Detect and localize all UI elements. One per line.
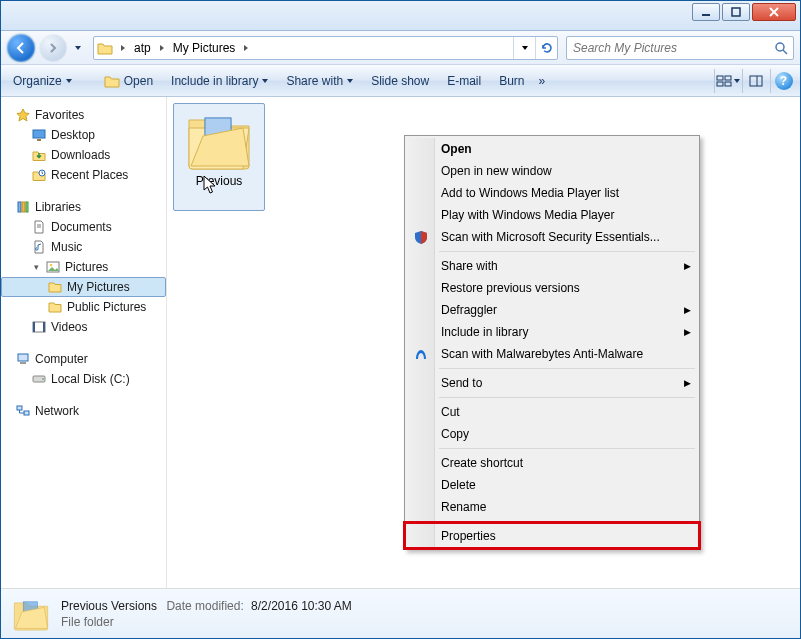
breadcrumb-sep-icon[interactable] bbox=[116, 45, 130, 51]
network-group: Network bbox=[1, 401, 166, 421]
include-library-button[interactable]: Include in library bbox=[163, 68, 276, 94]
burn-button[interactable]: Burn bbox=[491, 68, 532, 94]
search-icon[interactable] bbox=[769, 41, 793, 55]
videos-icon bbox=[31, 319, 47, 335]
sidebar-public-pictures[interactable]: Public Pictures bbox=[1, 297, 166, 317]
documents-icon bbox=[31, 219, 47, 235]
svg-rect-14 bbox=[22, 202, 25, 212]
svg-rect-27 bbox=[17, 406, 22, 410]
cm-create-shortcut[interactable]: Create shortcut bbox=[407, 452, 697, 474]
cm-play-wmp[interactable]: Play with Windows Media Player bbox=[407, 204, 697, 226]
sidebar-desktop[interactable]: Desktop bbox=[1, 125, 166, 145]
folder-previous-versions[interactable]: Previous bbox=[173, 103, 265, 211]
maximize-button[interactable] bbox=[722, 3, 750, 21]
sidebar-downloads[interactable]: Downloads bbox=[1, 145, 166, 165]
svg-point-19 bbox=[50, 264, 53, 267]
cm-share-with[interactable]: Share with▶ bbox=[407, 255, 697, 277]
breadcrumb-sep-icon[interactable] bbox=[239, 45, 253, 51]
addressbar-dropdown[interactable] bbox=[513, 37, 535, 59]
cm-copy[interactable]: Copy bbox=[407, 423, 697, 445]
cm-add-wmp[interactable]: Add to Windows Media Player list bbox=[407, 182, 697, 204]
svg-rect-21 bbox=[33, 322, 35, 332]
organize-button[interactable]: Organize bbox=[5, 68, 80, 94]
libraries-icon bbox=[15, 199, 31, 215]
svg-point-26 bbox=[42, 378, 44, 380]
titlebar bbox=[1, 1, 800, 31]
preview-pane-button[interactable] bbox=[742, 69, 768, 93]
open-folder-icon bbox=[104, 73, 120, 89]
cm-scan-mse[interactable]: Scan with Microsoft Security Essentials.… bbox=[407, 226, 697, 248]
sidebar-videos[interactable]: Videos bbox=[1, 317, 166, 337]
cm-restore-previous[interactable]: Restore previous versions bbox=[407, 277, 697, 299]
sidebar-local-disk[interactable]: Local Disk (C:) bbox=[1, 369, 166, 389]
computer-group: Computer Local Disk (C:) bbox=[1, 349, 166, 389]
network-header[interactable]: Network bbox=[1, 401, 166, 421]
cm-open[interactable]: Open bbox=[407, 138, 697, 160]
cm-defraggler[interactable]: Defraggler▶ bbox=[407, 299, 697, 321]
address-bar[interactable]: atp My Pictures bbox=[93, 36, 558, 60]
folder-icon bbox=[47, 299, 63, 315]
submenu-arrow-icon: ▶ bbox=[684, 327, 691, 337]
body: Favorites Desktop Downloads Recent Place… bbox=[1, 97, 800, 588]
help-button[interactable]: ? bbox=[770, 69, 796, 93]
search-input[interactable] bbox=[567, 41, 769, 55]
cm-include-library[interactable]: Include in library▶ bbox=[407, 321, 697, 343]
malwarebytes-icon bbox=[413, 346, 429, 362]
breadcrumb-my-pictures[interactable]: My Pictures bbox=[169, 37, 240, 59]
svg-rect-0 bbox=[702, 14, 710, 16]
share-with-button[interactable]: Share with bbox=[278, 68, 361, 94]
history-dropdown[interactable] bbox=[71, 36, 85, 60]
open-button[interactable]: Open bbox=[96, 68, 161, 94]
submenu-arrow-icon: ▶ bbox=[684, 261, 691, 271]
view-options-button[interactable] bbox=[714, 69, 740, 93]
recent-icon bbox=[31, 167, 47, 183]
search-box[interactable] bbox=[566, 36, 794, 60]
details-date-value: 8/2/2016 10:30 AM bbox=[251, 599, 352, 613]
close-button[interactable] bbox=[752, 3, 796, 21]
svg-rect-22 bbox=[43, 322, 45, 332]
libraries-header[interactable]: Libraries bbox=[1, 197, 166, 217]
sidebar-pictures[interactable]: ▾Pictures bbox=[1, 257, 166, 277]
svg-line-3 bbox=[783, 50, 787, 54]
svg-rect-5 bbox=[725, 76, 731, 80]
svg-rect-13 bbox=[18, 202, 21, 212]
pictures-icon bbox=[45, 259, 61, 275]
sidebar-my-pictures[interactable]: My Pictures bbox=[1, 277, 166, 297]
minimize-button[interactable] bbox=[692, 3, 720, 21]
cm-send-to[interactable]: Send to▶ bbox=[407, 372, 697, 394]
cm-cut[interactable]: Cut bbox=[407, 401, 697, 423]
cm-rename[interactable]: Rename bbox=[407, 496, 697, 518]
breadcrumb-label: atp bbox=[134, 41, 151, 55]
cm-open-new-window[interactable]: Open in new window bbox=[407, 160, 697, 182]
svg-rect-24 bbox=[20, 362, 26, 364]
sidebar-music[interactable]: Music bbox=[1, 237, 166, 257]
location-folder-icon bbox=[94, 41, 116, 55]
refresh-button[interactable] bbox=[535, 37, 557, 59]
computer-header[interactable]: Computer bbox=[1, 349, 166, 369]
folder-icon bbox=[47, 279, 63, 295]
favorites-group: Favorites Desktop Downloads Recent Place… bbox=[1, 105, 166, 185]
forward-button[interactable] bbox=[39, 34, 67, 62]
cm-scan-mbam[interactable]: Scan with Malwarebytes Anti-Malware bbox=[407, 343, 697, 365]
navigation-pane: Favorites Desktop Downloads Recent Place… bbox=[1, 97, 167, 588]
help-icon: ? bbox=[775, 72, 793, 90]
slideshow-button[interactable]: Slide show bbox=[363, 68, 437, 94]
breadcrumb-atp[interactable]: atp bbox=[130, 37, 155, 59]
sidebar-recent-places[interactable]: Recent Places bbox=[1, 165, 166, 185]
submenu-arrow-icon: ▶ bbox=[684, 378, 691, 388]
svg-rect-7 bbox=[725, 82, 731, 86]
file-list[interactable]: Previous Open Open in new window Add to … bbox=[167, 97, 800, 588]
svg-rect-1 bbox=[732, 8, 740, 16]
cm-properties[interactable]: Properties bbox=[407, 525, 697, 547]
network-icon bbox=[15, 403, 31, 419]
back-button[interactable] bbox=[7, 34, 35, 62]
expand-caret-icon[interactable]: ▾ bbox=[31, 262, 41, 272]
details-date-label: Date modified: bbox=[166, 599, 243, 613]
toolbar-overflow[interactable]: » bbox=[535, 74, 550, 88]
cm-delete[interactable]: Delete bbox=[407, 474, 697, 496]
svg-rect-4 bbox=[717, 76, 723, 80]
sidebar-documents[interactable]: Documents bbox=[1, 217, 166, 237]
breadcrumb-sep-icon[interactable] bbox=[155, 45, 169, 51]
email-button[interactable]: E-mail bbox=[439, 68, 489, 94]
favorites-header[interactable]: Favorites bbox=[1, 105, 166, 125]
